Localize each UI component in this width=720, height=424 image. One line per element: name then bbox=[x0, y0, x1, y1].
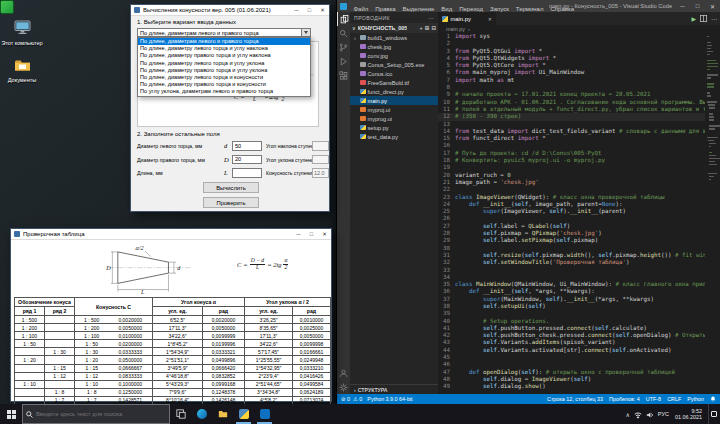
network-icon[interactable] bbox=[634, 405, 642, 423]
file-item[interactable]: chesk.jpg bbox=[350, 42, 438, 51]
file-item[interactable]: funct_direct.py bbox=[350, 87, 438, 96]
maximize-button[interactable]: □ bbox=[305, 229, 318, 239]
file-item[interactable]: Conus_Setup_005.exe bbox=[350, 60, 438, 69]
check-button[interactable]: Проверить bbox=[203, 197, 259, 208]
desktop-shortcut-icon[interactable] bbox=[0, 0, 14, 14]
taskbar-edge-button[interactable] bbox=[191, 404, 212, 424]
value-input[interactable] bbox=[232, 168, 262, 178]
split-editor-icon[interactable] bbox=[700, 15, 707, 23]
collapse-folders-icon[interactable]: ⊟ bbox=[431, 25, 436, 31]
code-editor[interactable]: 1 import sys 2 3 from PyQt5.QtGui import… bbox=[438, 33, 720, 394]
project-root-folder[interactable]: ∨ КОНУСНОСТЬ_005 + ⊞ ⊟ bbox=[350, 23, 438, 33]
close-button[interactable]: ✕ bbox=[316, 5, 329, 15]
minimize-button[interactable]: ─ bbox=[675, 0, 690, 12]
field-label: Диаметр левого торца, мм bbox=[137, 143, 221, 149]
taskbar-vscode-button[interactable] bbox=[254, 404, 275, 424]
line-content: class ImageViewer(QWidget): # класс окна… bbox=[455, 194, 664, 201]
dropdown-option[interactable]: По углу уклона, диаметрам левого и право… bbox=[138, 88, 310, 95]
close-button[interactable]: ✕ bbox=[705, 0, 720, 12]
code-line: 32 self.setWindowTitle('Проверочная табл… bbox=[438, 259, 720, 266]
status-item[interactable]: CRLF bbox=[667, 396, 681, 402]
source-control-icon[interactable] bbox=[337, 40, 350, 54]
close-button[interactable]: ✕ bbox=[318, 229, 331, 239]
line-number: 15 bbox=[438, 135, 455, 142]
problems-indicator[interactable]: ⊘ 0 ⚠ 0 bbox=[341, 396, 362, 402]
language-indicator[interactable]: РУС bbox=[658, 411, 669, 417]
table-row: 1 : 151 : 150,06666673°49′5,9″0,06664201… bbox=[15, 364, 331, 372]
code-line: 12 # (350 - 390 строк) bbox=[438, 113, 720, 120]
file-item[interactable]: conv.jpg bbox=[350, 51, 438, 60]
file-item[interactable]: › build1_windows bbox=[350, 33, 438, 42]
dropdown-option[interactable]: По длине, диаметру правого торца и конус… bbox=[138, 81, 310, 88]
run-debug-icon[interactable] bbox=[337, 54, 350, 68]
calculate-button[interactable]: Вычислить bbox=[203, 182, 259, 193]
views-more-actions-icon[interactable]: ⋯ bbox=[428, 15, 434, 21]
start-button[interactable] bbox=[0, 404, 22, 424]
taskbar-conus-app-button[interactable] bbox=[233, 404, 254, 424]
status-item[interactable]: UTF-8 bbox=[646, 396, 661, 402]
clock[interactable]: 9:52 01.06.2021 bbox=[673, 408, 704, 420]
dropdown-option[interactable]: По длине, диаметру правого торца и углу … bbox=[138, 52, 310, 59]
new-folder-icon[interactable]: ⊞ bbox=[425, 25, 430, 31]
new-file-icon[interactable]: + bbox=[420, 25, 423, 31]
explorer-icon[interactable] bbox=[337, 12, 350, 26]
account-icon[interactable] bbox=[337, 366, 350, 380]
tab-main-py[interactable]: main.py ✕ bbox=[438, 12, 496, 25]
status-item[interactable]: Строка 12, столбец 33 bbox=[547, 396, 603, 402]
outline-section[interactable]: › СТРУКТУРА bbox=[350, 384, 438, 394]
settings-gear-icon[interactable] bbox=[337, 380, 350, 394]
file-item[interactable]: myproj.ui bbox=[350, 105, 438, 114]
table-row: 1 : 301 : 300,03333331°54′34,9″0,0333321… bbox=[15, 348, 331, 356]
breadcrumb-item[interactable]: main.py bbox=[446, 26, 465, 32]
explorer-actions: + ⊞ ⊟ bbox=[420, 25, 436, 31]
file-item[interactable]: Conus.ico bbox=[350, 69, 438, 78]
minimize-button[interactable]: ─ bbox=[290, 5, 303, 15]
hidden-icons-chevron[interactable]: ∧ bbox=[625, 411, 629, 418]
line-content: # (350 - 390 строк) bbox=[455, 113, 521, 120]
dropdown-option[interactable]: По длине, диаметру левого торца и углу у… bbox=[138, 60, 310, 67]
action-center-button[interactable] bbox=[708, 404, 718, 424]
maximize-button[interactable]: □ bbox=[303, 5, 316, 15]
status-item[interactable]: Пробелов: 4 bbox=[609, 396, 640, 402]
taskbar-explorer-button[interactable] bbox=[212, 404, 233, 424]
run-file-icon[interactable]: ▶ bbox=[691, 15, 696, 22]
desktop-icon-this-pc[interactable]: Этот компьютер bbox=[1, 20, 43, 46]
window-controls: ─ □ ✕ bbox=[292, 229, 331, 239]
value-input[interactable] bbox=[232, 155, 262, 165]
maximize-button[interactable]: □ bbox=[690, 0, 705, 12]
dropdown-option[interactable]: По длине, диаметру левого торца и углу н… bbox=[138, 45, 310, 52]
file-type-icon bbox=[360, 71, 366, 77]
status-item[interactable]: Python bbox=[687, 396, 704, 402]
line-number: 35 bbox=[438, 281, 455, 288]
file-name: test_data.py bbox=[368, 134, 398, 140]
search-icon[interactable] bbox=[337, 26, 350, 40]
more-actions-icon[interactable]: ⋯ bbox=[711, 15, 717, 22]
file-item[interactable]: FreeSansBold.ttf bbox=[350, 78, 438, 87]
volume-icon[interactable] bbox=[646, 405, 654, 423]
taskbar-search[interactable] bbox=[22, 404, 170, 424]
file-item[interactable]: setup.py bbox=[350, 123, 438, 132]
extensions-icon[interactable] bbox=[337, 68, 350, 82]
variant-combobox[interactable]: По длине, диаметрам левого и правого тор… bbox=[137, 28, 311, 37]
taskbar-search-input[interactable] bbox=[36, 411, 166, 417]
line-content: image_path = 'chesk.jpg' bbox=[455, 179, 539, 186]
tab-close-icon[interactable]: ✕ bbox=[488, 16, 492, 22]
minimize-button[interactable]: ─ bbox=[292, 229, 305, 239]
notifications-bell-icon[interactable] bbox=[710, 396, 716, 402]
file-item[interactable]: myprog.ui bbox=[350, 114, 438, 123]
line-content: # Путь до проекта: cd /d D:\Conus\005-Py… bbox=[455, 150, 602, 157]
dropdown-option[interactable]: По длине, диаметрам левого и правого тор… bbox=[138, 38, 310, 45]
python-interpreter[interactable]: Python 3.9.0 64-bit bbox=[367, 396, 412, 402]
file-item[interactable]: test_data.py bbox=[350, 132, 438, 141]
calc-titlebar: Вычисления конусности вер. 005 (01.06.20… bbox=[131, 5, 329, 16]
desktop-icon-documents[interactable]: Документы bbox=[1, 58, 43, 83]
form-row: Диаметр правого торца, мм D Угол уклона … bbox=[135, 154, 327, 168]
task-view-button[interactable] bbox=[170, 404, 191, 424]
breadcrumb[interactable]: main.py › bbox=[438, 25, 720, 33]
file-item[interactable]: main.py bbox=[350, 96, 438, 105]
dropdown-option[interactable]: По длине, диаметру левого торца и конусн… bbox=[138, 74, 310, 81]
minimap[interactable] bbox=[705, 33, 720, 394]
code-line: 37 super(MainWindow, self).__init__(*arg… bbox=[438, 296, 720, 303]
value-input[interactable] bbox=[232, 141, 262, 151]
dropdown-option[interactable]: По длине, диаметру правого торца и углу … bbox=[138, 67, 310, 74]
